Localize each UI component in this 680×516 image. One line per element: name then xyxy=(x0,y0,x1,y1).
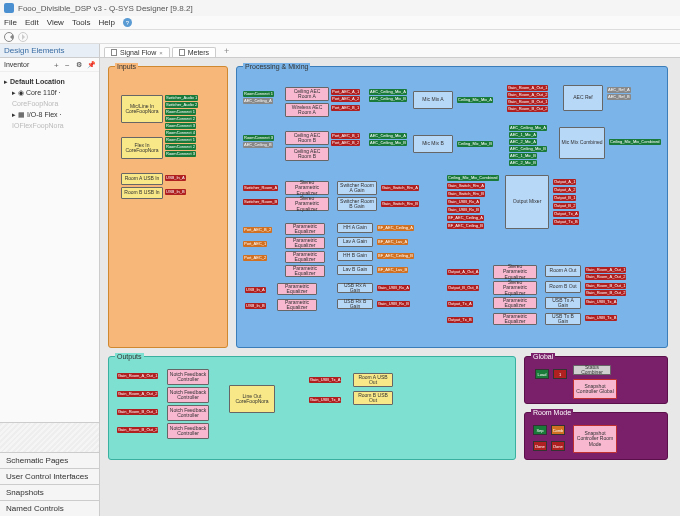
tag[interactable]: BF_AEC_Ceiling_B xyxy=(447,223,484,229)
tag[interactable]: Gain_USB_Tx_B xyxy=(585,315,617,321)
group-roommode[interactable]: Room Mode Sep Comb Done Done Snapshot Co… xyxy=(524,412,668,460)
tag[interactable]: Gain_USB_Rx_B xyxy=(377,301,410,307)
tag[interactable]: Port_AEC_A_2 xyxy=(331,96,360,102)
block-swgain-b[interactable]: Switcher Room B Gain xyxy=(337,197,377,211)
tag[interactable]: Switcher_Audio 1 xyxy=(165,95,198,101)
block-peq-3[interactable]: Parametric Equalizer xyxy=(285,251,325,263)
tag[interactable]: Ceiling_Mic_Mix_A xyxy=(457,97,493,103)
button-load[interactable]: Load xyxy=(535,369,549,379)
tag[interactable]: Port_AEC_B_1 xyxy=(331,105,360,111)
block-hhagain[interactable]: HH A Gain xyxy=(337,223,373,233)
tag[interactable]: Gain_Room_A_Out_2 xyxy=(585,274,626,280)
back-icon[interactable] xyxy=(4,32,14,42)
settings-icon[interactable]: ⚙ xyxy=(76,61,84,69)
block-peq-2[interactable]: Parametric Equalizer xyxy=(285,237,325,249)
block-ceiling-aec-a[interactable]: Ceiling AEC Room A xyxy=(285,87,329,101)
tag[interactable]: Gain_Room_B_Out_2 xyxy=(507,106,548,112)
tag[interactable]: Output_Tx_B xyxy=(447,317,473,323)
block-snapshot-room[interactable]: Snapshot Controller Room Mode xyxy=(573,425,617,453)
tag[interactable]: Switcher_Room_B xyxy=(243,199,278,205)
minus-icon[interactable]: − xyxy=(65,61,73,69)
tag[interactable]: AEC_Ref_B xyxy=(607,94,631,100)
tag[interactable]: Gain_USB_Tx_A xyxy=(309,377,341,383)
block-lavbgain[interactable]: Lav B Gain xyxy=(337,265,373,275)
tag[interactable]: RoomConnect 4 xyxy=(165,130,196,136)
block-speq-a[interactable]: Stereo Parametric Equalizer xyxy=(285,181,329,195)
tag[interactable]: AEC_Ceiling_Mix_A xyxy=(509,125,547,131)
tag[interactable]: Port_AEC_1 xyxy=(243,241,267,247)
block-lavagain[interactable]: Lav A Gain xyxy=(337,237,373,247)
tag[interactable]: RoomConnect 3 xyxy=(243,135,274,141)
tag[interactable]: Switcher_Room_A xyxy=(243,185,278,191)
tag[interactable]: Ceiling_Mic_Mix_Combined xyxy=(609,139,661,145)
tag[interactable]: Gain_Room_A_Out_2 xyxy=(117,391,158,397)
block-peq-6[interactable]: Parametric Equalizer xyxy=(277,299,317,311)
tag[interactable]: AEC_Ref_A xyxy=(607,87,631,93)
group-inputs[interactable]: Inputs Mic/Line In CoreFoopNora Flex In … xyxy=(108,66,228,348)
tag[interactable]: RoomConnect 1 xyxy=(243,91,274,97)
tag[interactable]: Output_Tx_A xyxy=(447,301,473,307)
block-lineout[interactable]: Line Out CoreFoopNora xyxy=(229,385,275,413)
tag[interactable]: RoomConnect 2 xyxy=(165,116,196,122)
group-outputs[interactable]: Outputs Gain_Room_A_Out_1 Gain_Room_A_Ou… xyxy=(108,356,516,460)
button-done2[interactable]: Done xyxy=(551,441,565,451)
tag[interactable]: Gain_USB_Rx_B xyxy=(447,207,480,213)
tag[interactable]: Gain_USB_Tx_B xyxy=(309,397,341,403)
block-aecref[interactable]: AEC Ref xyxy=(563,85,603,111)
tag[interactable]: Gain_Switch_Rm_A xyxy=(447,183,485,189)
tag[interactable]: Gain_USB_Rx_A xyxy=(377,285,410,291)
block-rbusb-out[interactable]: Room B USB Out xyxy=(353,391,393,405)
block-usba-out[interactable]: USB Tx A Gain xyxy=(545,297,581,309)
block-ra-out[interactable]: Room A Out xyxy=(545,265,581,277)
block-speq-d[interactable]: Stereo Parametric Equalizer xyxy=(493,281,537,295)
block-peq-4[interactable]: Parametric Equalizer xyxy=(285,265,325,277)
schematic-canvas[interactable]: Inputs Mic/Line In CoreFoopNora Flex In … xyxy=(100,58,680,516)
tag[interactable]: Port_AEC_B_2 xyxy=(331,140,360,146)
button-sep[interactable]: Sep xyxy=(533,425,547,435)
tag[interactable]: BF_AEC_Ceiling_B xyxy=(377,253,414,259)
tag[interactable]: AEC_Ceiling_Mix_B xyxy=(369,96,407,102)
tag[interactable]: USB_In_B xyxy=(165,189,186,195)
menu-help[interactable]: Help xyxy=(99,18,115,27)
tag[interactable]: USB_In_A xyxy=(165,175,186,181)
tag[interactable]: Output_A_Out_A xyxy=(447,269,479,275)
block-micmix-b[interactable]: Mic Mix B xyxy=(413,135,453,153)
button-comb[interactable]: Comb xyxy=(551,425,565,435)
tag[interactable]: Gain_Room_B_Out_2 xyxy=(117,427,158,433)
strip-uci[interactable]: User Control Interfaces xyxy=(0,468,99,484)
menu-edit[interactable]: Edit xyxy=(25,18,39,27)
block-notch-2[interactable]: Notch Feedback Controller xyxy=(167,387,209,403)
tag[interactable]: Gain_Room_A_Out_1 xyxy=(507,85,548,91)
block-rb-out[interactable]: Room B Out xyxy=(545,281,581,293)
tag[interactable]: Output_B_2 xyxy=(553,203,576,209)
tag[interactable]: AEC_1_Mic_B xyxy=(509,153,537,159)
tag[interactable]: Output_Tx_A xyxy=(553,211,579,217)
block-rausb-out[interactable]: Room A USB Out xyxy=(353,373,393,387)
tab-signal-flow[interactable]: Signal Flow× xyxy=(104,47,170,57)
tag[interactable]: Gain_Switch_Rm_A xyxy=(381,185,419,191)
pin-icon[interactable]: 📌 xyxy=(87,61,95,69)
tag[interactable]: AEC_Ceiling_Mix_B xyxy=(509,146,547,152)
help-icon[interactable]: ? xyxy=(123,18,132,27)
tag[interactable]: BF_AEC_Ceiling_A xyxy=(377,225,414,231)
block-ceiling-aec-b2[interactable]: Ceiling AEC Room B xyxy=(285,147,329,161)
tree-node-location[interactable]: ▸ Default Location xyxy=(4,76,95,87)
tag[interactable]: Gain_Switch_Rm_B xyxy=(447,191,485,197)
tag[interactable]: AEC_Ceiling_Mix_B xyxy=(369,140,407,146)
group-processing[interactable]: Processing & Mixing RoomConnect 1 AEC_Ce… xyxy=(236,66,668,348)
block-peq-7[interactable]: Parametric Equalizer xyxy=(493,297,537,309)
tag[interactable]: Port_AEC_B_1 xyxy=(331,133,360,139)
block-micmix-a[interactable]: Mic Mix A xyxy=(413,91,453,109)
tree-node-core[interactable]: ▸ ◉ Core 110f · CoreFoopNora xyxy=(4,87,95,109)
tab-add[interactable]: + xyxy=(218,45,235,57)
block-snapshot-global[interactable]: Snapshot Controller Global xyxy=(573,379,617,399)
design-tree[interactable]: ▸ Default Location ▸ ◉ Core 110f · CoreF… xyxy=(0,72,99,422)
tag[interactable]: Port_AEC_2 xyxy=(243,255,267,261)
group-global[interactable]: Global Load 1 Status Combiner Snapshot C… xyxy=(524,356,668,404)
block-output-mixer[interactable]: Output Mixer xyxy=(505,175,549,229)
forward-icon[interactable] xyxy=(18,32,28,42)
block-ceiling-aec-b[interactable]: Ceiling AEC Room B xyxy=(285,131,329,145)
resizer[interactable] xyxy=(0,422,99,452)
tag[interactable]: RoomConnect 2 xyxy=(165,144,196,150)
block-usbb-out[interactable]: USB Tx B Gain xyxy=(545,313,581,325)
